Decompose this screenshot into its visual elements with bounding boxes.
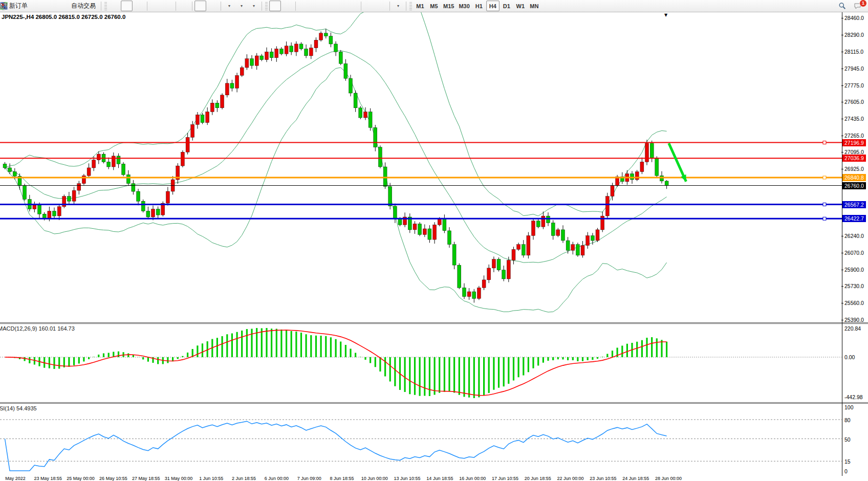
candle-body <box>517 245 520 250</box>
timeframe-button-H4[interactable]: H4 <box>486 1 500 11</box>
candle-body <box>640 162 644 171</box>
timeframe-button-M30[interactable]: M30 <box>457 1 471 11</box>
candle-body <box>472 292 476 298</box>
timeframe-button-M5[interactable]: M5 <box>427 1 441 11</box>
arrows-button[interactable]: ▾ <box>392 1 404 11</box>
timeframe-button-M1[interactable]: M1 <box>414 1 427 11</box>
time-axis-label: 27 May 18:55 <box>132 476 160 481</box>
candle-body <box>132 184 135 191</box>
candle-body <box>448 231 451 245</box>
candle-body <box>235 75 239 88</box>
zoom-in-button[interactable] <box>149 1 161 11</box>
price-tick: 27775.0 <box>844 82 864 89</box>
candle-body <box>265 52 269 59</box>
candle-body <box>329 36 333 44</box>
new-order-button[interactable]: 新订单 <box>6 1 31 11</box>
candle-body <box>354 93 357 108</box>
timeframe-button-MN[interactable]: MN <box>528 1 541 11</box>
chart-profile-button[interactable] <box>31 1 43 11</box>
candle-body <box>477 288 481 298</box>
rsi-axis-label: 15 <box>844 458 851 465</box>
candle-body <box>299 44 303 49</box>
timeframe-button-M15[interactable]: M15 <box>441 1 456 11</box>
price-chip-27036.9: 27036.9 <box>842 155 866 162</box>
notification-badge: 1 <box>859 0 867 7</box>
auto-scroll-button[interactable] <box>194 1 206 11</box>
auto-trading-button[interactable]: 自动交易 <box>68 1 99 11</box>
candle-wicks <box>5 29 667 302</box>
market-watch-button[interactable] <box>44 1 55 11</box>
toolbar-grip[interactable] <box>409 2 412 10</box>
tile-windows-button[interactable] <box>178 1 190 11</box>
periods-button[interactable]: ▾ <box>235 1 247 11</box>
time-axis-label: 13 Jun 10:55 <box>394 476 421 481</box>
horizontal-line-button[interactable] <box>310 1 322 11</box>
time-axis-label: 7 Jun 09:00 <box>297 476 321 481</box>
candle-body <box>605 196 609 216</box>
fibonacci-button[interactable]: F <box>347 1 359 11</box>
candle-body <box>492 259 495 268</box>
timeframe-button-W1[interactable]: W1 <box>514 1 527 11</box>
candle-body <box>279 49 283 54</box>
candle-body <box>576 245 579 255</box>
dropdown-arrow-icon: ▾ <box>253 4 255 8</box>
timeframe-button-D1[interactable]: D1 <box>500 1 513 11</box>
toolbar: 新订单 自动交易 ▾ ▾ <box>0 0 868 12</box>
notifications-button[interactable]: 1 <box>853 1 865 11</box>
candle-body <box>275 49 278 58</box>
timeframe-button-H1[interactable]: H1 <box>472 1 486 11</box>
zoom-out-button[interactable] <box>162 1 173 11</box>
candle-body <box>463 288 466 296</box>
bollinger-band-line <box>5 68 667 312</box>
candle-body <box>635 172 639 180</box>
price-tick: 27945.0 <box>844 65 864 72</box>
candle-body <box>566 240 570 250</box>
hline-handle[interactable] <box>823 141 826 144</box>
rsi-axis-label: 80 <box>844 417 851 423</box>
candle-body <box>137 191 140 201</box>
candle-body <box>368 112 372 128</box>
candle-body <box>665 181 668 186</box>
hline-handle[interactable] <box>823 203 826 206</box>
price-tick: 27265.0 <box>844 133 864 139</box>
arrows-icon <box>0 2 8 10</box>
rsi-panel-canvas[interactable] <box>0 404 842 476</box>
vertical-line-button[interactable] <box>298 1 310 11</box>
cursor-button[interactable] <box>269 1 281 11</box>
line-chart-button[interactable] <box>133 1 145 11</box>
candle-body <box>556 230 560 236</box>
time-axis[interactable]: May 202223 May 18:5525 May 00:0026 May 1… <box>0 476 842 481</box>
candle-body <box>334 44 338 52</box>
text-button[interactable]: A <box>363 1 375 11</box>
candle-body <box>107 162 111 167</box>
candle-body <box>53 211 56 216</box>
signal-button[interactable] <box>56 1 68 11</box>
candle-body <box>48 211 51 219</box>
candle-body <box>240 68 244 75</box>
toolbar-grip[interactable] <box>104 2 107 10</box>
toolbar-grip[interactable] <box>265 2 268 10</box>
candle-body <box>196 115 199 124</box>
equidistant-channel-button[interactable]: E <box>335 1 346 11</box>
candlestick-chart-button[interactable] <box>121 1 133 11</box>
time-axis-label: 23 Jun 10:55 <box>590 476 616 481</box>
chart-shift-button[interactable] <box>207 1 219 11</box>
candle-body <box>201 115 204 122</box>
hline-handle[interactable] <box>823 176 826 179</box>
candle-body <box>215 103 219 108</box>
main-chart-canvas[interactable] <box>0 12 842 322</box>
macd-histogram <box>5 328 667 398</box>
crosshair-button[interactable] <box>281 1 293 11</box>
candle-body <box>67 196 71 202</box>
trendline-button[interactable] <box>322 1 334 11</box>
indicators-button[interactable]: ▾ <box>223 1 235 11</box>
text-label-button[interactable]: T <box>376 1 387 11</box>
candle-body <box>660 176 664 181</box>
candle-body <box>650 143 654 158</box>
templates-button[interactable]: ▾ <box>248 1 259 11</box>
hline-handle[interactable] <box>823 217 826 220</box>
bar-chart-button[interactable] <box>108 1 120 11</box>
dropdown-arrow-icon: ▾ <box>241 4 243 8</box>
search-button[interactable] <box>838 1 850 11</box>
macd-panel-canvas[interactable] <box>0 324 842 402</box>
